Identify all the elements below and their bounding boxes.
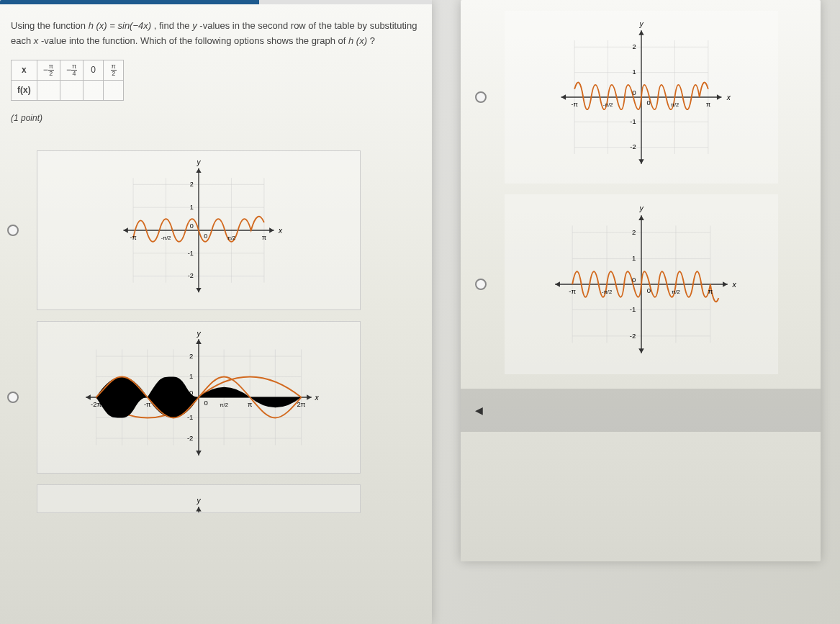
radio-button[interactable] (475, 91, 487, 103)
svg-marker-9 (269, 228, 274, 233)
chart-a-svg: y x 2 1 0 -1 -2 0 -π π -π/2 π/2 (112, 158, 285, 302)
svg-text:-π/2: -π/2 (161, 235, 171, 241)
svg-text:-1: -1 (630, 305, 636, 313)
table-cell-empty (104, 80, 124, 100)
svg-text:2: 2 (190, 181, 194, 188)
svg-marker-12 (196, 168, 201, 173)
svg-text:-π/2: -π/2 (168, 402, 179, 409)
svg-text:3π/2: 3π/2 (270, 402, 281, 409)
svg-text:y: y (196, 497, 201, 505)
radio-button[interactable] (7, 225, 19, 236)
sign: − (66, 65, 71, 75)
graph-a: y x 2 1 0 -1 -2 0 -π π -π/2 π/2 (37, 150, 361, 310)
svg-marker-42 (196, 340, 202, 345)
svg-text:0: 0 (204, 399, 208, 407)
svg-marker-10 (123, 228, 127, 233)
svg-text:2: 2 (632, 228, 636, 236)
table-cell: −π4 (60, 60, 83, 80)
svg-marker-43 (196, 451, 202, 456)
option-a[interactable]: y x 2 1 0 -1 -2 0 -π π -π/2 π/2 (7, 150, 425, 310)
table-cell: −π2 (37, 60, 60, 80)
question-block: Using the function h (x) = sin(−4x) , fi… (0, 4, 432, 140)
radio-button[interactable] (475, 279, 487, 290)
option-d[interactable]: y x 2 1 0 -1 -2 0 -π π -π/2 π/2 (475, 194, 806, 374)
option-cut[interactable]: y (7, 484, 425, 513)
graph-b: y x 2 1 0 -1 -2 0 -2π -3π/2 -π -π/2 π/2 … (37, 321, 361, 474)
svg-text:1: 1 (632, 254, 636, 262)
svg-text:-2: -2 (630, 332, 636, 340)
den: 4 (71, 71, 77, 77)
svg-text:π/2: π/2 (671, 101, 679, 108)
chart-c-svg: y x 2 1 0 -1 -2 0 -π π -π/2 π/2 (548, 18, 735, 176)
sign: − (43, 65, 48, 75)
q-func: h (x) = sin(−4x) (89, 20, 151, 31)
svg-text:-1: -1 (188, 250, 194, 257)
question-text: Using the function h (x) = sin(−4x) , fi… (11, 19, 421, 49)
svg-text:π/2: π/2 (220, 402, 228, 409)
svg-marker-13 (196, 288, 201, 292)
svg-text:π/2: π/2 (672, 289, 680, 295)
svg-text:-2: -2 (630, 143, 636, 150)
svg-text:-2: -2 (188, 273, 194, 280)
svg-marker-62 (196, 507, 201, 511)
svg-text:-π: -π (571, 101, 577, 108)
q-part1: Using the function (11, 20, 89, 31)
svg-text:-2π: -2π (91, 401, 101, 409)
points-label: (1 point) (11, 112, 421, 125)
svg-text:y: y (196, 330, 201, 338)
svg-marker-73 (561, 94, 566, 99)
svg-text:0: 0 (204, 232, 207, 240)
table-cell: 0 (83, 60, 104, 80)
svg-text:0: 0 (190, 223, 194, 230)
svg-text:0: 0 (632, 89, 636, 96)
svg-marker-39 (307, 394, 312, 400)
table-fx-header: f(x) (12, 80, 37, 100)
chart-cut-svg: y (112, 492, 285, 513)
svg-marker-102 (638, 348, 644, 353)
svg-text:-π: -π (569, 287, 576, 295)
svg-text:-π/2: -π/2 (602, 289, 612, 295)
table-x-header: x (12, 60, 37, 80)
q-part4: -value into the function. Which of the f… (41, 35, 348, 46)
q-vary: y (192, 20, 197, 31)
chart-b-svg: y x 2 1 0 -1 -2 0 -2π -3π/2 -π -π/2 π/2 … (76, 329, 321, 466)
svg-text:x: x (732, 280, 737, 289)
svg-text:π/2: π/2 (227, 235, 235, 241)
svg-text:-π: -π (144, 401, 151, 409)
graph-cut: y (37, 484, 361, 513)
svg-text:2: 2 (189, 352, 193, 360)
radio-button[interactable] (7, 392, 19, 403)
q-part5: ? (370, 35, 375, 46)
nav-area: ◀ (461, 389, 821, 432)
svg-text:π: π (706, 101, 710, 108)
svg-text:-π/2: -π/2 (603, 101, 613, 108)
svg-text:x: x (315, 394, 320, 402)
svg-text:-3π/2: -3π/2 (115, 402, 128, 409)
svg-text:-2: -2 (187, 434, 193, 442)
table-row: x −π2 −π4 0 π2 (12, 60, 124, 80)
svg-marker-40 (86, 394, 91, 400)
values-table: x −π2 −π4 0 π2 f(x) (11, 60, 124, 101)
svg-text:x: x (278, 227, 283, 235)
svg-text:2: 2 (632, 43, 636, 50)
svg-text:π: π (708, 287, 713, 295)
prev-button[interactable]: ◀ (475, 399, 497, 421)
chart-d-svg: y x 2 1 0 -1 -2 0 -π π -π/2 π/2 (541, 202, 742, 367)
svg-text:0: 0 (647, 286, 651, 294)
q-varx: x (34, 35, 39, 46)
svg-text:y: y (638, 204, 643, 212)
svg-text:x: x (726, 94, 731, 101)
svg-text:2π: 2π (297, 401, 306, 409)
svg-text:-π: -π (130, 234, 136, 241)
option-b[interactable]: y x 2 1 0 -1 -2 0 -2π -3π/2 -π -π/2 π/2 … (7, 321, 425, 474)
q-part2: , find the (154, 20, 192, 31)
svg-text:y: y (638, 20, 643, 28)
table-cell-empty (83, 80, 104, 100)
graph-d: y x 2 1 0 -1 -2 0 -π π -π/2 π/2 (505, 194, 778, 374)
svg-text:y: y (197, 158, 202, 166)
svg-marker-76 (638, 159, 643, 164)
svg-text:1: 1 (189, 373, 193, 381)
svg-text:0: 0 (632, 276, 636, 284)
option-c[interactable]: y x 2 1 0 -1 -2 0 -π π -π/2 π/2 (475, 11, 806, 184)
svg-text:0: 0 (646, 99, 650, 107)
